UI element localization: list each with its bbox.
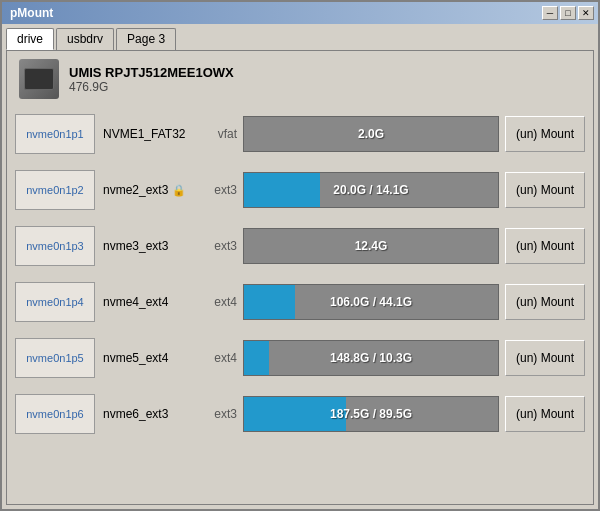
tab-drive[interactable]: drive	[6, 28, 54, 50]
part-bar-label-nvme0n1p4: 106.0G / 44.1G	[330, 295, 412, 309]
part-bar-nvme0n1p5: 148.8G / 10.3G	[243, 340, 499, 376]
part-fs-nvme0n1p2: ext3	[205, 183, 243, 197]
part-name-nvme0n1p2: nvme2_ext3 🔒	[95, 183, 205, 197]
main-window: pMount ─ □ ✕ drive usbdrv Page 3 UMIS RP…	[0, 0, 600, 511]
part-bar-label-nvme0n1p3: 12.4G	[355, 239, 388, 253]
mount-button-nvme0n1p5[interactable]: (un) Mount	[505, 340, 585, 376]
partition-row-nvme0n1p6: nvme0n1p6 nvme6_ext3 ext3 187.5G / 89.5G…	[15, 389, 585, 439]
disk-info: UMIS RPJTJ512MEE1OWX 476.9G	[69, 65, 234, 94]
part-name-nvme0n1p6: nvme6_ext3	[95, 407, 205, 421]
partition-row-nvme0n1p2: nvme0n1p2 nvme2_ext3 🔒 ext3 20.0G / 14.1…	[15, 165, 585, 215]
mount-button-nvme0n1p3[interactable]: (un) Mount	[505, 228, 585, 264]
part-name-nvme0n1p3: nvme3_ext3	[95, 239, 205, 253]
maximize-button[interactable]: □	[560, 6, 576, 20]
part-label-nvme0n1p2: nvme0n1p2	[15, 170, 95, 210]
mount-button-nvme0n1p6[interactable]: (un) Mount	[505, 396, 585, 432]
part-fs-nvme0n1p1: vfat	[205, 127, 243, 141]
part-bar-nvme0n1p6: 187.5G / 89.5G	[243, 396, 499, 432]
part-label-nvme0n1p6: nvme0n1p6	[15, 394, 95, 434]
part-bar-label-nvme0n1p6: 187.5G / 89.5G	[330, 407, 412, 421]
part-fs-nvme0n1p4: ext4	[205, 295, 243, 309]
part-bar-fill-nvme0n1p2	[244, 173, 320, 207]
lock-icon: 🔒	[172, 184, 186, 197]
part-name-nvme0n1p4: nvme4_ext4	[95, 295, 205, 309]
titlebar-buttons: ─ □ ✕	[542, 6, 594, 20]
tab-page3[interactable]: Page 3	[116, 28, 176, 50]
titlebar: pMount ─ □ ✕	[2, 2, 598, 24]
minimize-button[interactable]: ─	[542, 6, 558, 20]
disk-name: UMIS RPJTJ512MEE1OWX	[69, 65, 234, 80]
part-label-nvme0n1p5: nvme0n1p5	[15, 338, 95, 378]
disk-size: 476.9G	[69, 80, 234, 94]
part-label-nvme0n1p4: nvme0n1p4	[15, 282, 95, 322]
part-bar-nvme0n1p3: 12.4G	[243, 228, 499, 264]
part-bar-fill-nvme0n1p5	[244, 341, 269, 375]
disk-icon	[19, 59, 59, 99]
part-bar-nvme0n1p4: 106.0G / 44.1G	[243, 284, 499, 320]
tab-bar: drive usbdrv Page 3	[2, 24, 598, 50]
part-label-nvme0n1p1: nvme0n1p1	[15, 114, 95, 154]
window-title: pMount	[6, 6, 53, 20]
mount-button-nvme0n1p1[interactable]: (un) Mount	[505, 116, 585, 152]
close-button[interactable]: ✕	[578, 6, 594, 20]
part-bar-label-nvme0n1p5: 148.8G / 10.3G	[330, 351, 412, 365]
part-name-nvme0n1p5: nvme5_ext4	[95, 351, 205, 365]
partition-row-nvme0n1p4: nvme0n1p4 nvme4_ext4 ext4 106.0G / 44.1G…	[15, 277, 585, 327]
part-fs-nvme0n1p5: ext4	[205, 351, 243, 365]
main-content: UMIS RPJTJ512MEE1OWX 476.9G nvme0n1p1 NV…	[6, 50, 594, 505]
part-bar-nvme0n1p1: 2.0G	[243, 116, 499, 152]
partitions-list: nvme0n1p1 NVME1_FAT32 vfat 2.0G (un) Mou…	[15, 109, 585, 439]
part-bar-fill-nvme0n1p4	[244, 285, 295, 319]
partition-row-nvme0n1p3: nvme0n1p3 nvme3_ext3 ext3 12.4G (un) Mou…	[15, 221, 585, 271]
part-name-nvme0n1p1: NVME1_FAT32	[95, 127, 205, 141]
partition-row-nvme0n1p1: nvme0n1p1 NVME1_FAT32 vfat 2.0G (un) Mou…	[15, 109, 585, 159]
mount-button-nvme0n1p2[interactable]: (un) Mount	[505, 172, 585, 208]
tab-usbdrv[interactable]: usbdrv	[56, 28, 114, 50]
partition-row-nvme0n1p5: nvme0n1p5 nvme5_ext4 ext4 148.8G / 10.3G…	[15, 333, 585, 383]
part-label-nvme0n1p3: nvme0n1p3	[15, 226, 95, 266]
part-bar-label-nvme0n1p1: 2.0G	[358, 127, 384, 141]
part-bar-nvme0n1p2: 20.0G / 14.1G	[243, 172, 499, 208]
disk-header: UMIS RPJTJ512MEE1OWX 476.9G	[15, 59, 585, 99]
part-bar-label-nvme0n1p2: 20.0G / 14.1G	[333, 183, 408, 197]
part-fs-nvme0n1p6: ext3	[205, 407, 243, 421]
mount-button-nvme0n1p4[interactable]: (un) Mount	[505, 284, 585, 320]
part-fs-nvme0n1p3: ext3	[205, 239, 243, 253]
disk-icon-inner	[24, 68, 54, 90]
